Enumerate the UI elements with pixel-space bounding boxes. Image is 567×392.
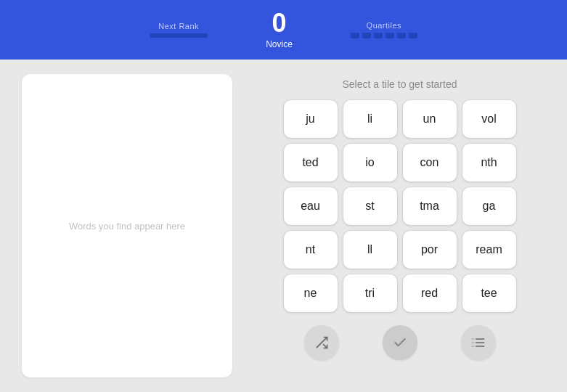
check-icon: [393, 335, 407, 350]
words-panel: Words you find appear here: [22, 74, 232, 377]
progress-bar: [150, 33, 208, 38]
quartile-dot-6: [409, 33, 417, 38]
tile-st[interactable]: st: [343, 187, 397, 225]
tile-un[interactable]: un: [403, 100, 457, 138]
quartiles-label: Quartiles: [367, 21, 402, 30]
bottom-controls: [254, 325, 545, 360]
tile-tri[interactable]: tri: [343, 274, 397, 312]
tile-tma[interactable]: tma: [403, 187, 457, 225]
score-value: 0: [272, 10, 286, 36]
quartile-dot-4: [386, 33, 394, 38]
tile-ju[interactable]: ju: [284, 100, 338, 138]
tile-ream[interactable]: ream: [462, 231, 516, 269]
tile-con[interactable]: con: [403, 144, 457, 181]
tile-ne[interactable]: ne: [284, 274, 338, 312]
shuffle-button[interactable]: [304, 325, 339, 360]
tile-io[interactable]: io: [343, 144, 397, 181]
shuffle-icon: [314, 335, 329, 350]
tile-ll[interactable]: ll: [343, 231, 397, 269]
next-rank-label: Next Rank: [158, 22, 199, 30]
tile-vol[interactable]: vol: [462, 100, 516, 138]
rank-label: Novice: [266, 39, 293, 49]
quartiles-section: Quartiles: [351, 21, 417, 38]
select-prompt: Select a tile to get started: [343, 78, 457, 90]
tile-ga[interactable]: ga: [462, 187, 516, 225]
quartile-dot-3: [374, 33, 383, 38]
tile-nt[interactable]: nt: [284, 231, 338, 269]
tile-eau[interactable]: eau: [284, 187, 338, 225]
tile-ted[interactable]: ted: [284, 144, 338, 181]
tile-nth[interactable]: nth: [462, 144, 516, 181]
list-button[interactable]: [461, 325, 496, 360]
header: Next Rank 0 Novice Quartiles: [0, 0, 567, 60]
words-placeholder: Words you find appear here: [69, 221, 185, 232]
list-icon: [471, 335, 486, 350]
tile-por[interactable]: por: [403, 231, 457, 269]
right-panel: Select a tile to get started juliunvolte…: [254, 74, 545, 377]
tile-tee[interactable]: tee: [462, 274, 516, 312]
score-section: 0 Novice: [266, 10, 293, 49]
quartile-dot-1: [351, 33, 359, 38]
main-content: Words you find appear here Select a tile…: [0, 60, 567, 392]
check-button[interactable]: [383, 325, 417, 360]
next-rank-section: Next Rank: [150, 22, 208, 38]
tile-grid: juliunvoltedioconntheausttmagantllporrea…: [284, 100, 516, 312]
tile-red[interactable]: red: [403, 274, 457, 312]
quartile-dot-2: [362, 33, 371, 38]
quartiles-dots: [351, 33, 417, 38]
quartile-dot-5: [397, 33, 406, 38]
tile-li[interactable]: li: [343, 100, 397, 138]
